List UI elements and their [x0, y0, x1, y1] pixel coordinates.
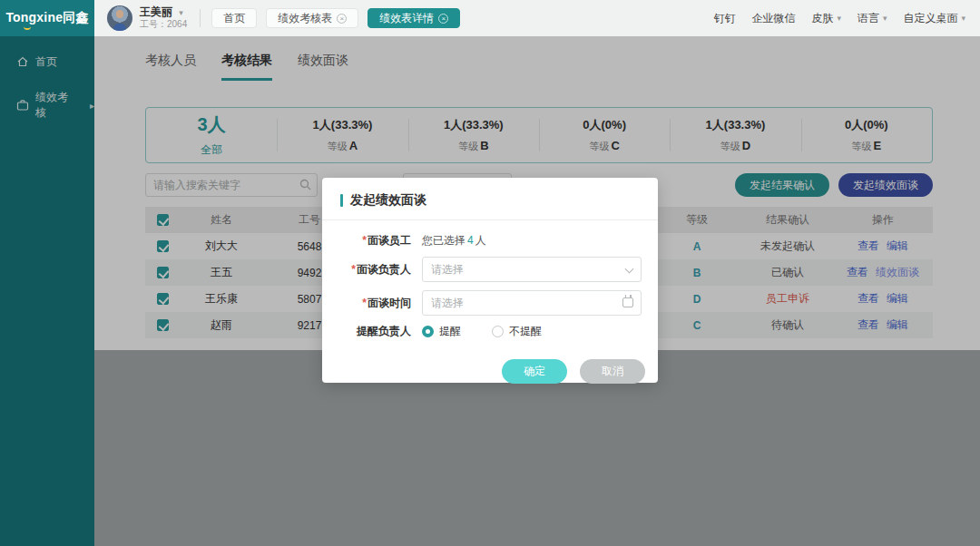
user-employee-no: 工号：2064: [140, 19, 187, 31]
menu-label: 钉钉: [713, 11, 735, 26]
modal-divider: [322, 219, 658, 220]
radio-label: 不提醒: [509, 324, 542, 339]
user-chip[interactable]: 王美丽 ▾ 工号：2064: [107, 5, 187, 31]
brand-logo: Tongxine同鑫: [0, 0, 94, 36]
nav-pill-assessment-table[interactable]: 绩效考核表 ×: [266, 8, 358, 28]
user-name: 王美丽: [140, 5, 172, 18]
field-label: *面谈员工: [338, 233, 411, 249]
menu-custom-desktop[interactable]: 自定义桌面▾: [903, 11, 965, 26]
radio-label: 提醒: [439, 324, 461, 339]
leader-select[interactable]: [422, 257, 642, 282]
nav-pill-label: 绩效表详情: [379, 11, 434, 26]
brand-logo-text: Tongxine同鑫: [5, 10, 88, 26]
menu-label: 皮肤: [811, 11, 833, 26]
menu-language[interactable]: 语言▾: [858, 11, 887, 26]
confirm-button[interactable]: 确定: [502, 359, 567, 384]
remind-radio-group: 提醒 不提醒: [422, 324, 542, 339]
field-label: *面谈时间: [338, 296, 411, 311]
leader-select-input[interactable]: [422, 257, 642, 282]
chevron-down-icon: ▾: [837, 14, 841, 23]
chevron-down-icon: ▾: [883, 14, 887, 23]
nav-pill-label: 绩效考核表: [278, 11, 332, 26]
avatar: [107, 5, 132, 31]
field-label: 提醒负责人: [338, 324, 411, 339]
radio-no-remind[interactable]: 不提醒: [492, 324, 542, 339]
calendar-icon: [622, 297, 633, 307]
field-interview-leader: *面谈负责人: [338, 257, 642, 282]
nav-pill-table-detail[interactable]: 绩效表详情 ×: [368, 8, 460, 28]
radio-icon: [422, 326, 434, 337]
close-icon[interactable]: ×: [337, 14, 347, 24]
title-accent-bar: [340, 194, 343, 207]
app-root: Tongxine同鑫 王美丽 ▾ 工号：2064 首页 绩效考核表 ×: [0, 0, 980, 546]
menu-dingtalk[interactable]: 钉钉: [713, 11, 735, 26]
topbar: Tongxine同鑫 王美丽 ▾ 工号：2064 首页 绩效考核表 ×: [0, 0, 980, 36]
modal-buttons: 确定 取消: [322, 359, 658, 384]
user-info: 王美丽 ▾ 工号：2064: [140, 5, 187, 31]
required-mark: *: [351, 263, 356, 276]
close-icon[interactable]: ×: [438, 14, 448, 24]
menu-skin[interactable]: 皮肤▾: [811, 11, 841, 26]
field-interview-employee: *面谈员工 您已选择4人: [338, 233, 642, 249]
brand-smile-mark: [24, 26, 31, 30]
radio-remind[interactable]: 提醒: [422, 324, 461, 339]
selected-count: 4: [467, 234, 474, 247]
field-interview-time: *面谈时间: [338, 290, 642, 316]
chevron-down-icon: ▾: [961, 14, 965, 23]
time-picker[interactable]: [422, 290, 642, 316]
nav-pill-label: 首页: [223, 11, 245, 26]
topbar-divider: [200, 9, 201, 27]
launch-interview-modal: 发起绩效面谈 *面谈员工 您已选择4人 *面谈负责人 *面谈时间 提醒负责人: [322, 178, 658, 383]
field-label: *面谈负责人: [338, 262, 411, 278]
chevron-down-icon: ▾: [179, 8, 183, 18]
cancel-button[interactable]: 取消: [580, 359, 645, 384]
menu-label: 企业微信: [751, 11, 795, 26]
modal-title: 发起绩效面谈: [350, 192, 426, 209]
topbar-menu: 钉钉 企业微信 皮肤▾ 语言▾ 自定义桌面▾: [713, 11, 980, 26]
time-picker-input[interactable]: [422, 290, 642, 316]
radio-icon: [492, 326, 504, 337]
topbar-nav-pills: 首页 绩效考核表 × 绩效表详情 ×: [211, 8, 460, 28]
menu-wecom[interactable]: 企业微信: [751, 11, 795, 26]
menu-label: 语言: [858, 11, 879, 26]
required-mark: *: [362, 297, 367, 309]
required-mark: *: [362, 234, 367, 247]
field-remind-leader: 提醒负责人 提醒 不提醒: [338, 324, 642, 339]
modal-title-row: 发起绩效面谈: [322, 178, 658, 219]
menu-label: 自定义桌面: [903, 11, 957, 26]
nav-pill-home[interactable]: 首页: [211, 8, 257, 28]
employee-selected-value: 您已选择4人: [422, 233, 486, 249]
